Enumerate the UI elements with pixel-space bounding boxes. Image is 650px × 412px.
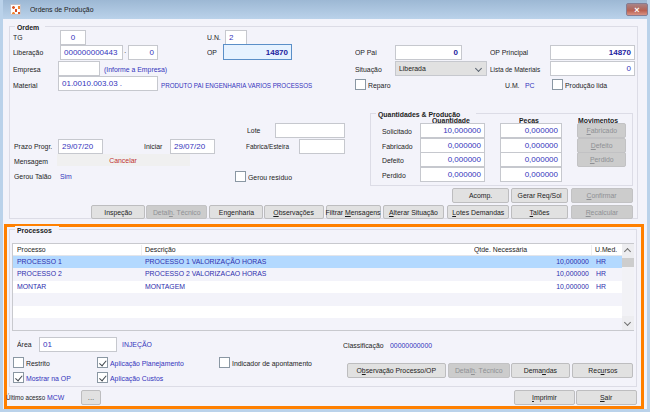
app-icon — [10, 4, 21, 15]
liberacao-separator: · — [124, 48, 127, 57]
reparo-checkbox[interactable] — [355, 79, 366, 90]
um-label: U.M. — [505, 81, 522, 90]
defeito-button[interactable]: Defeito — [577, 138, 626, 153]
restrito-checkbox[interactable] — [13, 357, 24, 368]
col-qtde-necessaria: Qtde. Necessária — [474, 245, 536, 255]
op-label: OP — [207, 48, 219, 57]
op-pai-input[interactable]: 0 — [395, 45, 462, 60]
fabricado-pecas-input[interactable]: 0,000000 — [500, 138, 562, 153]
fabricado-label: Fabricado — [382, 142, 418, 151]
gerou-residuo-label: Gerou resíduo — [248, 173, 299, 182]
defeito-pecas-input[interactable]: 0,000000 — [500, 152, 562, 167]
material-input[interactable]: 01.0010.003.03 . — [58, 76, 158, 91]
reparo-label: Reparo — [368, 81, 394, 90]
alterar-situacao-button[interactable]: Alterar Situação — [383, 205, 444, 219]
gerar-req-sol-button[interactable]: Gerar Req/Sol — [511, 188, 568, 203]
observacao-processo-op-button[interactable]: Observação Processo/OP — [347, 363, 446, 378]
sair-button[interactable]: Sair — [576, 390, 637, 405]
empresa-hint: (Informe a Empresa) — [104, 65, 177, 74]
prazo-label: Prazo Progr. — [14, 142, 58, 151]
col-processo: Processo — [17, 245, 50, 255]
imprimir-button[interactable]: Imprimir — [514, 390, 575, 405]
table-row-selected[interactable]: PROCESSO 1 PROCESSO 1 VALORIZAÇÃO HORAS … — [13, 256, 622, 268]
iniciar-input[interactable]: 29/07/20 — [170, 139, 215, 154]
op-pai-label: OP Pai — [355, 48, 380, 57]
table-row[interactable]: PROCESSO 2 PROCESSO 2 VALORIZACAO HORAS … — [13, 268, 622, 280]
liberacao-input[interactable]: 000000000443 — [60, 45, 123, 60]
solicitado-pecas-input[interactable]: 0,000000 — [500, 123, 562, 138]
scroll-thumb[interactable] — [622, 258, 634, 267]
mostrar-na-op-checkbox[interactable] — [13, 372, 24, 383]
lista-materiais-label: Lista de Materiais — [490, 65, 553, 74]
aplicacao-planejamento-label: Aplicação Planejamento — [110, 359, 196, 368]
gerou-talao-label: Gerou Talão — [14, 172, 57, 181]
situacao-label: Situação — [355, 65, 386, 74]
lotes-demandas-button[interactable]: Lotes Demandas — [447, 205, 509, 219]
recalcular-button[interactable]: Recalcular — [571, 205, 633, 219]
inspecao-button[interactable]: Inspeção — [91, 205, 145, 219]
title-bar: Ordens de Produção × — [3, 0, 647, 19]
groupbox-processos-title: Processos — [15, 226, 59, 235]
aplicacao-custos-checkbox[interactable] — [97, 372, 108, 383]
empresa-label: Empresa — [13, 65, 45, 74]
table-row-empty — [13, 293, 622, 305]
window-title: Ordens de Produção — [30, 5, 104, 14]
col-umed: U.Med. — [595, 245, 621, 255]
solicitado-quantidade-input[interactable]: 10,000000 — [420, 123, 485, 138]
material-desc: PRODUTO PAI ENGENHARIA VARIOS PROCESSOS — [161, 81, 355, 90]
gerou-residuo-checkbox[interactable] — [235, 171, 246, 182]
observacoes-button[interactable]: Observações — [264, 205, 324, 219]
producao-lida-checkbox[interactable] — [552, 79, 563, 90]
acomp-button[interactable]: Acomp. — [452, 188, 509, 203]
recursos-button[interactable]: Recursos — [572, 363, 633, 378]
browse-button[interactable]: ... — [81, 390, 101, 405]
area-input[interactable]: 01 — [39, 337, 117, 352]
filtrar-mensagens-button[interactable]: Filtrar Mensagens — [326, 205, 381, 219]
producao-lida-label: Produção lida — [565, 81, 614, 90]
processos-table: Processo Descrição Qtde. Necessária U.Me… — [12, 243, 634, 331]
defeito-quantidade-input[interactable]: 0,000000 — [420, 152, 485, 167]
op-input[interactable]: 14870 — [223, 44, 292, 60]
solicitado-label: Solicitado — [382, 127, 417, 136]
indicador-apontamento-checkbox[interactable] — [219, 357, 230, 368]
scroll-down-icon[interactable] — [622, 316, 634, 330]
classificacao-value: 00000000000 — [390, 341, 439, 350]
liberacao-label: Liberação — [13, 48, 48, 57]
liberacao-seq-input[interactable]: 0 — [128, 45, 158, 60]
demandas-button[interactable]: Demandas — [511, 363, 570, 378]
material-label: Material — [13, 81, 41, 90]
perdido-button[interactable]: Perdido — [577, 152, 626, 167]
confirmar-button[interactable]: Confirmar — [571, 188, 633, 203]
op-principal-input[interactable]: 14870 — [550, 45, 635, 60]
area-desc: INJEÇÃO — [122, 340, 157, 349]
detalh-tecnico-processo-button[interactable]: Detalh. Técnico — [448, 363, 510, 378]
op-principal-label: OP Principal — [490, 48, 534, 57]
col-descricao: Descrição — [145, 245, 181, 255]
mensagem-box: Cancelar — [57, 154, 190, 166]
lista-materiais-input[interactable]: 0 — [550, 61, 635, 76]
perdido-pecas-input[interactable]: 0,000000 — [500, 167, 562, 182]
lote-label: Lote — [247, 126, 263, 135]
empresa-input[interactable] — [58, 61, 100, 76]
engenharia-button[interactable]: Engenharia — [209, 205, 263, 219]
iniciar-label: Iniciar — [144, 142, 165, 151]
scroll-up-icon[interactable] — [622, 244, 634, 258]
table-scrollbar[interactable] — [622, 244, 634, 330]
lote-input[interactable] — [275, 123, 345, 138]
detalh-tecnico-button[interactable]: Detalh. Técnico — [146, 205, 207, 219]
fabricado-quantidade-input[interactable]: 0,000000 — [420, 138, 485, 153]
mostrar-na-op-label: Mostrar na OP — [26, 374, 78, 383]
un-input[interactable]: 2 — [225, 30, 247, 45]
fabrica-esteira-input[interactable] — [299, 139, 345, 154]
perdido-quantidade-input[interactable]: 0,000000 — [420, 167, 485, 182]
taloes-button[interactable]: Talões — [511, 205, 568, 219]
tg-input[interactable]: 0 — [60, 30, 86, 45]
situacao-select[interactable]: Liberada — [395, 61, 487, 76]
perdido-label: Perdido — [382, 171, 410, 180]
aplicacao-custos-label: Aplicação Custos — [110, 374, 172, 383]
close-button[interactable]: × — [626, 3, 648, 16]
table-row[interactable]: MONTAR MONTAGEM 10,000000 HR — [13, 281, 622, 293]
aplicacao-planejamento-checkbox[interactable] — [97, 357, 108, 368]
fabricado-button[interactable]: Fabricado — [577, 123, 626, 138]
prazo-input[interactable]: 29/07/20 — [58, 139, 103, 154]
